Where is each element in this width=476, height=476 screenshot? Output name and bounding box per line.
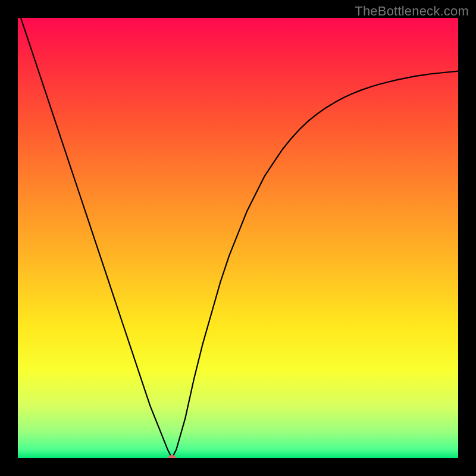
attribution-label: TheBottleneck.com [355, 4, 469, 19]
gradient-background [18, 18, 458, 458]
plot-area [18, 18, 458, 458]
chart-svg [18, 18, 458, 458]
chart-frame: TheBottleneck.com [0, 0, 476, 476]
